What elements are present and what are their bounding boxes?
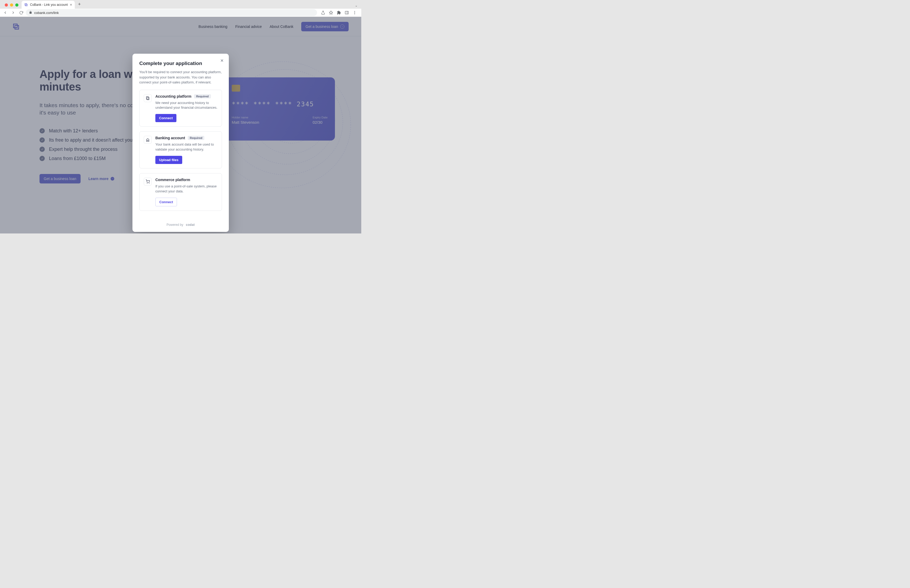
close-icon[interactable] bbox=[220, 58, 224, 64]
svg-rect-0 bbox=[25, 3, 27, 5]
connect-commerce-button[interactable]: Connect bbox=[155, 198, 177, 206]
tab-close-icon[interactable]: × bbox=[70, 3, 72, 7]
forward-button[interactable] bbox=[10, 10, 16, 16]
bank-icon bbox=[144, 136, 152, 144]
share-icon[interactable] bbox=[320, 10, 326, 16]
cart-icon bbox=[144, 178, 152, 186]
lock-icon bbox=[29, 11, 32, 15]
tab-title: CoBank - Link you account bbox=[30, 3, 68, 6]
browser-tab[interactable]: CoBank - Link you account × bbox=[22, 1, 75, 9]
connect-accounting-button[interactable]: Connect bbox=[155, 114, 176, 122]
window-minimize-icon[interactable] bbox=[10, 3, 13, 6]
step-title: Accounting platform bbox=[155, 94, 191, 99]
page: Business banking Financial advice About … bbox=[0, 17, 361, 233]
step-desc: Your bank account data will be used to v… bbox=[155, 142, 218, 152]
star-icon[interactable] bbox=[328, 10, 334, 16]
window-traffic-lights bbox=[3, 3, 22, 9]
chrome-icon-group bbox=[318, 10, 359, 16]
accounting-icon bbox=[144, 94, 152, 102]
powered-by: Powered by codat bbox=[139, 223, 222, 227]
url-text: cobank.com/link bbox=[34, 11, 59, 15]
menu-icon[interactable] bbox=[352, 10, 357, 16]
step-desc: If you use a point-of-sale system, pleas… bbox=[155, 184, 218, 194]
required-badge: Required bbox=[194, 94, 211, 99]
step-commerce: Commerce platform If you use a point-of-… bbox=[139, 173, 222, 211]
step-banking: Banking account Required Your bank accou… bbox=[139, 131, 222, 168]
svg-rect-4 bbox=[345, 11, 348, 14]
step-desc: We need your accounting history to under… bbox=[155, 100, 218, 111]
tab-favicon-icon bbox=[24, 3, 28, 6]
upload-files-button[interactable]: Upload files bbox=[155, 156, 182, 164]
url-row: cobank.com/link bbox=[0, 9, 361, 17]
extensions-icon[interactable] bbox=[336, 10, 342, 16]
window-close-icon[interactable] bbox=[5, 3, 8, 6]
back-button[interactable] bbox=[2, 10, 8, 16]
svg-rect-1 bbox=[26, 4, 27, 6]
svg-marker-3 bbox=[329, 11, 333, 14]
browser-chrome: CoBank - Link you account × + ⌄ cobank.c… bbox=[0, 0, 361, 17]
svg-point-6 bbox=[354, 11, 355, 12]
new-tab-button[interactable]: + bbox=[76, 2, 83, 9]
application-modal: Complete your application You'll be requ… bbox=[133, 54, 229, 232]
panel-icon[interactable] bbox=[344, 10, 350, 16]
required-badge: Required bbox=[188, 136, 205, 140]
reload-button[interactable] bbox=[18, 10, 24, 16]
step-title: Commerce platform bbox=[155, 178, 190, 182]
modal-description: You'll be required to connect your accou… bbox=[139, 69, 222, 85]
tab-row: CoBank - Link you account × + ⌄ bbox=[0, 0, 361, 9]
svg-point-22 bbox=[149, 183, 149, 183]
svg-rect-19 bbox=[146, 97, 149, 100]
step-accounting: Accounting platform Required We need you… bbox=[139, 90, 222, 127]
svg-point-7 bbox=[354, 12, 355, 13]
url-bar[interactable]: cobank.com/link bbox=[26, 9, 317, 16]
svg-point-8 bbox=[354, 13, 355, 14]
step-title: Banking account bbox=[155, 136, 185, 140]
window-maximize-icon[interactable] bbox=[15, 3, 18, 6]
modal-title: Complete your application bbox=[139, 61, 222, 66]
powered-by-brand: codat bbox=[186, 223, 195, 227]
chrome-dropdown-icon[interactable]: ⌄ bbox=[355, 4, 357, 7]
powered-by-prefix: Powered by bbox=[166, 223, 183, 227]
